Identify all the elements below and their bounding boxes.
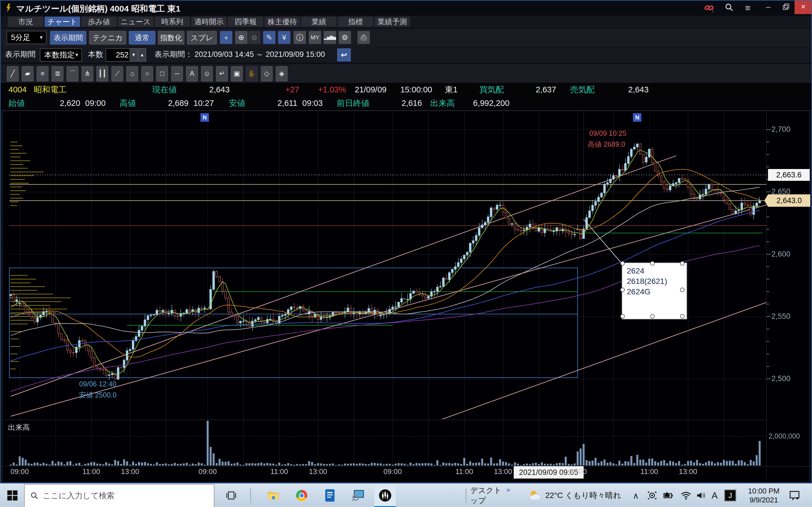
desktop-chevron[interactable]: »	[506, 486, 510, 494]
zoom-out-icon[interactable]: ⊖	[248, 31, 260, 44]
count-down-button[interactable]: ▼	[130, 48, 138, 61]
quote-high_time: 10:27	[193, 96, 214, 110]
info-icon[interactable]: ⓘ	[294, 31, 306, 44]
chrome-button[interactable]	[293, 484, 311, 507]
icon-stamp-tool[interactable]: ☺	[201, 66, 213, 81]
ruler-tool[interactable]: ▰	[22, 66, 34, 81]
close-button[interactable]: ×	[795, 0, 812, 14]
price-chart-canvas[interactable]	[2, 111, 810, 482]
toolbar-button-スプレッド[interactable]: スプレッド	[187, 31, 217, 45]
ellipse-tool[interactable]: ○	[141, 66, 153, 81]
start-button[interactable]	[4, 484, 21, 507]
copy-tool[interactable]: ▣	[231, 66, 243, 81]
trading-app-button[interactable]	[375, 484, 395, 507]
period-mode-dropdown[interactable]: 本数指定▼	[40, 48, 82, 61]
arc-tool[interactable]: ⌒	[66, 66, 79, 81]
battery-icon[interactable]	[663, 490, 674, 501]
weather-icon[interactable]	[525, 484, 544, 507]
area-chart-icon[interactable]: ▂▅▇▅	[324, 31, 336, 44]
zoom-in-icon[interactable]: ⊕	[235, 31, 248, 44]
toolbar-button-テクニカル[interactable]: テクニカル	[89, 31, 126, 45]
restore-button[interactable]	[777, 0, 795, 14]
rectangle-tool[interactable]: □	[156, 66, 168, 81]
eraser-tool[interactable]: ◇	[261, 66, 273, 81]
crosshair-icon[interactable]: ＋	[220, 31, 232, 44]
tab-業績[interactable]: 業績	[301, 17, 337, 27]
vertical-lines-tool[interactable]: ┃┃	[96, 66, 108, 81]
action-center-icon[interactable]	[789, 490, 800, 501]
quote-volume_label: 出来高	[430, 96, 455, 110]
menu-icon[interactable]: ≡	[742, 3, 754, 13]
hidden-icons-chevron[interactable]: ∧	[633, 490, 639, 501]
eraser-all-tool[interactable]: ◈	[276, 66, 288, 81]
app-window: マルチツール(個別銘柄) 4004 昭和電工 東1 1 ≡ – × 市況チャート…	[0, 0, 812, 483]
quote-volume: 6,992,200	[473, 96, 509, 110]
ime-mode-indicator[interactable]: A	[712, 490, 718, 501]
wifi-icon[interactable]	[680, 490, 691, 501]
fibonacci-lines-tool[interactable]: ≣	[52, 66, 63, 81]
fan-lines-tool[interactable]: ⋔	[82, 66, 93, 81]
quote-low_time: 09:03	[302, 96, 323, 110]
wrench-icon[interactable]: ⚙	[339, 31, 351, 44]
callout-tool[interactable]: ↵	[216, 66, 228, 81]
quote-open_time: 09:00	[85, 96, 106, 110]
chart-toolbar: 5分足▼表示期間テクニカル通常指数化スプレッド＋⊕⊖✎¥ⓘMY▂▅▇▅⚙⎙	[0, 29, 812, 46]
speaker-icon[interactable]	[696, 490, 707, 501]
count-up-button[interactable]: ▲	[138, 48, 146, 61]
pitchfork-tool[interactable]: ⟋	[111, 66, 123, 81]
meet-now-icon[interactable]	[647, 490, 657, 501]
app-logo-bolt-icon	[4, 4, 13, 12]
pencil-icon[interactable]: ✎	[263, 31, 275, 44]
tab-株主優待[interactable]: 株主優待	[264, 17, 300, 27]
restore-icon	[783, 4, 789, 9]
quote-price: 2,643	[209, 83, 230, 96]
quote-change: +27	[285, 83, 299, 96]
interval-dropdown[interactable]: 5分足▼	[7, 31, 46, 44]
document-app-button[interactable]	[321, 484, 339, 507]
tab-歩み値[interactable]: 歩み値	[81, 17, 117, 27]
tab-四季報[interactable]: 四季報	[228, 17, 263, 27]
minimize-button[interactable]: –	[760, 0, 777, 14]
trading-app-icon	[378, 489, 392, 502]
quote-ask: 2,643	[628, 83, 649, 96]
desktop-toolbar[interactable]: デスクトップ	[470, 484, 507, 507]
yen-icon[interactable]: ¥	[278, 31, 290, 44]
toolbar-button-表示期間[interactable]: 表示期間	[50, 31, 86, 45]
quote-market: 東1	[445, 83, 458, 96]
text-tool[interactable]: A	[186, 66, 198, 81]
reset-period-button[interactable]: ↩	[337, 48, 351, 61]
print-icon[interactable]: ⎙	[357, 31, 370, 44]
tab-ニュース[interactable]: ニュース	[118, 17, 153, 27]
taskbar-clock[interactable]: 10:00 PM 9/9/2021	[746, 484, 782, 507]
file-explorer-button[interactable]	[264, 484, 283, 507]
my-indicator-icon[interactable]: MY	[309, 31, 321, 44]
windows-logo-icon	[7, 490, 17, 501]
quote-low_label: 安値	[229, 96, 245, 110]
horizontal-segment-tool[interactable]: ─	[171, 66, 183, 81]
tab-市況[interactable]: 市況	[8, 17, 43, 27]
tab-業績予測[interactable]: 業績予測	[374, 17, 410, 27]
horizontal-lines-tool[interactable]: ≡	[37, 66, 49, 81]
period-toolbar: 表示期間 本数指定▼ 本数 252 ▼ ▲ 表示期間： 2021/09/03 1…	[0, 46, 812, 62]
taskbar-search-input[interactable]: ここに入力して検索	[24, 484, 214, 507]
tab-チャート[interactable]: チャート	[45, 17, 80, 27]
task-view-button[interactable]	[223, 484, 240, 507]
hand-tool[interactable]: ✋	[246, 66, 258, 81]
tab-適時開示[interactable]: 適時開示	[191, 17, 227, 27]
link-icon[interactable]: 1	[703, 3, 715, 13]
remote-viewer-button[interactable]	[349, 484, 367, 507]
ime-language-indicator[interactable]: J	[725, 490, 736, 501]
quote-change_pct: +1.03%	[318, 83, 346, 96]
quote-row-2: 始値2,62009:00高値2,68910:27安値2,61109:03前日終値…	[0, 96, 812, 111]
weather-info[interactable]: 22°C くもり時々晴れ	[545, 484, 630, 507]
trend-line-tool[interactable]: ╱	[7, 66, 18, 81]
polygon-tool[interactable]: ⌂	[126, 66, 138, 81]
quote-low: 2,611	[277, 96, 297, 110]
toolbar-button-通常[interactable]: 通常	[129, 31, 155, 45]
tab-指標[interactable]: 指標	[338, 17, 373, 27]
screen-magnifier-icon	[352, 490, 364, 501]
tab-時系列[interactable]: 時系列	[154, 17, 190, 27]
search-icon[interactable]	[723, 3, 735, 13]
toolbar-button-指数化[interactable]: 指数化	[158, 31, 185, 45]
count-input[interactable]: 252	[106, 48, 133, 61]
